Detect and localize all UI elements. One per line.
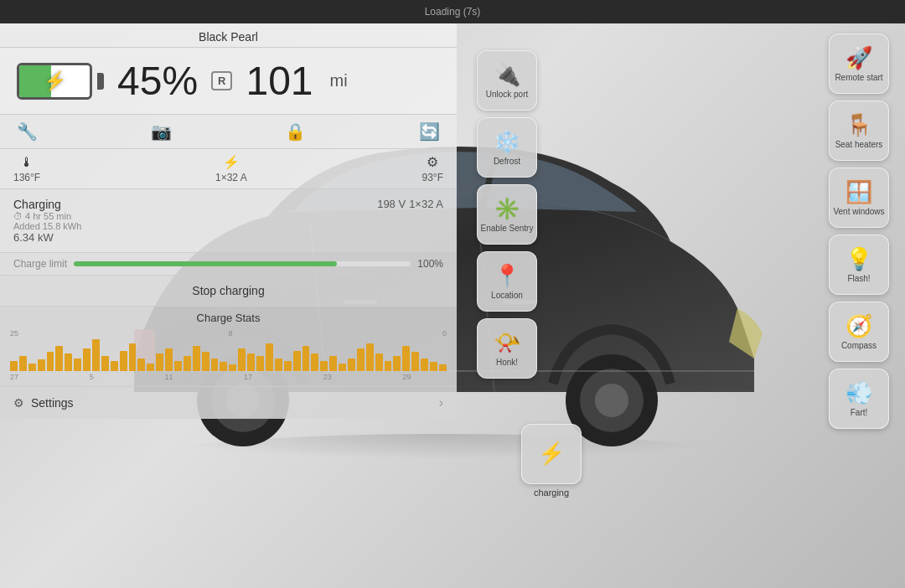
charge-limit-value: 100% xyxy=(417,258,443,270)
temp-center-icon: ⚡ xyxy=(223,154,240,170)
chart-bar xyxy=(293,351,301,371)
chart-x-labels: 27 5 11 17 23 29 xyxy=(10,373,447,381)
chart-bar xyxy=(247,353,255,371)
chart-bar xyxy=(430,362,437,371)
clock-icon: ⏱ xyxy=(13,211,23,221)
battery-percent: 45% xyxy=(117,58,198,104)
left-panel: Black Pearl ⚡ 45% R 101 mi 🔧 📷 🔒 🔄 🌡 136… xyxy=(0,23,457,588)
location-button[interactable]: 📍 Location xyxy=(477,251,537,312)
chart-bar xyxy=(421,358,428,371)
seat-heaters-button[interactable]: 🪑 Seat heaters xyxy=(829,101,889,161)
settings-icon: ⚙ xyxy=(13,396,24,410)
charge-limit-row[interactable]: Charge limit 100% xyxy=(0,253,457,276)
unlock-port-icon: 🔌 xyxy=(494,62,520,88)
stop-charging-button[interactable]: Stop charging xyxy=(0,276,457,307)
temp-right-value: 93°F xyxy=(422,172,443,183)
chart-bar xyxy=(357,348,365,371)
compass-button[interactable]: 🧭 Compass xyxy=(829,302,889,362)
charge-limit-bar xyxy=(74,261,411,266)
charging-power: 6.34 kW xyxy=(13,231,81,244)
chart-bar xyxy=(184,356,191,371)
settings-left: ⚙ Settings xyxy=(13,396,74,410)
temp-right-icon: ⚙ xyxy=(427,154,438,170)
unlock-port-button[interactable]: 🔌 Unlock port xyxy=(477,50,537,111)
honk-button[interactable]: 📯 Honk! xyxy=(477,318,537,379)
fart-button[interactable]: 💨 Fart! xyxy=(829,369,889,429)
chart-bar xyxy=(19,356,27,371)
top-bar: Loading (7s) xyxy=(0,0,905,23)
chart-bar xyxy=(74,358,81,371)
range-unit: mi xyxy=(330,71,348,90)
car-name: Black Pearl xyxy=(199,30,258,44)
lock-icon: 🔒 xyxy=(285,121,306,142)
compass-label: Compass xyxy=(841,341,877,351)
battery-tip xyxy=(97,73,104,90)
battery-icon-group: ⚡ xyxy=(17,63,104,100)
chart-bar xyxy=(329,356,337,371)
vent-windows-button[interactable]: 🪟 Vent windows xyxy=(829,168,889,228)
fart-icon: 💨 xyxy=(846,380,872,406)
chart-bar xyxy=(220,362,227,371)
settings-arrow-icon: › xyxy=(439,395,443,410)
sentry-label: Enable Sentry xyxy=(481,224,534,234)
charging-bolt-icon: ⚡ xyxy=(538,441,565,467)
remote-start-button[interactable]: 🚀 Remote start xyxy=(829,34,889,94)
chart-bar xyxy=(439,364,447,371)
chart-bar xyxy=(303,346,310,371)
chart-bar xyxy=(339,364,346,371)
charging-amperage: 1×32 A xyxy=(409,198,443,210)
flash-button[interactable]: 💡 Flash! xyxy=(829,235,889,295)
right-controls: 🚀 Remote start 🪑 Seat heaters 🪟 Vent win… xyxy=(821,34,897,429)
chart-bar xyxy=(266,343,273,371)
wrench-icon: 🔧 xyxy=(17,121,38,142)
charging-left: Charging ⏱ 4 hr 55 min Added 15.8 kWh 6.… xyxy=(13,198,81,244)
vent-windows-icon: 🪟 xyxy=(846,179,872,205)
remote-start-label: Remote start xyxy=(835,73,882,83)
chart-bar xyxy=(92,339,100,371)
defrost-button[interactable]: ❄️ Defrost xyxy=(477,117,537,178)
chart-bar xyxy=(256,356,264,371)
unlock-port-label: Unlock port xyxy=(486,90,529,100)
camera-icon: 📷 xyxy=(151,121,172,142)
sentry-icon: ✳️ xyxy=(494,196,520,222)
charging-time: ⏱ 4 hr 55 min xyxy=(13,211,81,221)
temp-left-value: 136°F xyxy=(13,172,40,183)
sentry-button[interactable]: ✳️ Enable Sentry xyxy=(477,184,537,245)
chart-bar xyxy=(129,343,137,371)
temp-left: 🌡 136°F xyxy=(13,155,40,183)
chart-bar xyxy=(238,348,246,371)
honk-icon: 📯 xyxy=(494,330,520,356)
stop-charging-icon-button[interactable]: ⚡ xyxy=(521,424,582,484)
honk-label: Honk! xyxy=(496,358,518,368)
chart-container: 25 8 0 27 5 11 17 23 29 xyxy=(0,326,457,386)
battery-body: ⚡ xyxy=(17,63,92,100)
chart-bar xyxy=(111,361,118,371)
chart-bar xyxy=(156,353,163,371)
chart-bar xyxy=(137,358,145,371)
chart-bar xyxy=(120,351,127,371)
temp-center-value: 1×32 A xyxy=(215,172,247,183)
chart-bar xyxy=(393,356,401,371)
chart-bar xyxy=(320,361,328,371)
charge-stats-section: Charge Stats 25 8 0 27 5 11 17 23 29 xyxy=(0,307,457,387)
charging-right: 198 V 1×32 A xyxy=(377,198,443,210)
compass-icon: 🧭 xyxy=(846,313,872,339)
chart-bar xyxy=(202,352,209,371)
settings-row[interactable]: ⚙ Settings › xyxy=(0,387,457,419)
chart-y-labels: 25 8 0 xyxy=(10,329,447,338)
location-label: Location xyxy=(491,291,523,301)
range-badge: R xyxy=(211,71,232,90)
defrost-label: Defrost xyxy=(494,157,520,167)
chart-bar xyxy=(411,352,419,371)
loading-text: Loading (7s) xyxy=(425,6,481,18)
defrost-icon: ❄️ xyxy=(494,129,520,155)
battery-row: ⚡ 45% R 101 mi xyxy=(0,48,457,115)
chart-bar xyxy=(101,356,109,371)
chart-bar xyxy=(38,359,45,371)
chart-bar xyxy=(284,361,292,371)
chart-bar xyxy=(165,348,173,371)
chart-bar xyxy=(375,353,383,371)
chart-bar xyxy=(311,353,318,371)
refresh-icon: 🔄 xyxy=(419,121,440,142)
vent-windows-label: Vent windows xyxy=(833,207,884,217)
